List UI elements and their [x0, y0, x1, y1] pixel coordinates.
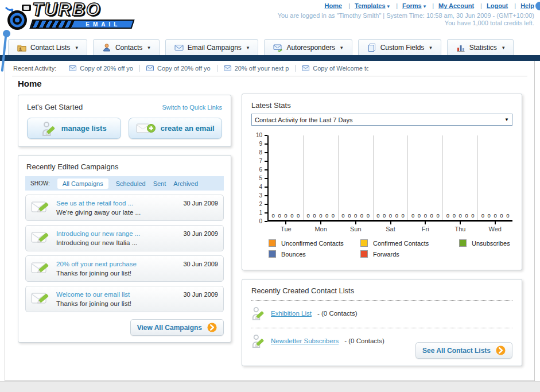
- tab-email-campaigns[interactable]: Email Campaigns▾: [165, 39, 259, 55]
- manage-lists-button[interactable]: manage lists: [27, 118, 121, 139]
- y-tick-mark: [265, 135, 267, 136]
- nav-link-my-account[interactable]: My Account: [438, 2, 474, 9]
- main-nav-tabbar: Contact Lists▾ Contacts▾ Email Campaigns…: [0, 38, 540, 55]
- contact-list-name-link[interactable]: Newsletter Subscribers: [271, 337, 339, 344]
- y-axis-label: 1: [259, 210, 262, 216]
- nav-link-help[interactable]: Help: [520, 2, 534, 9]
- contact-list-name-link[interactable]: Exhibition List: [271, 310, 312, 317]
- y-axis-label: 6: [259, 167, 262, 173]
- person-pencil-icon: [251, 333, 265, 348]
- tab-autoresponders[interactable]: Autoresponders▾: [264, 39, 352, 55]
- bar-value-label: 0: [332, 212, 335, 219]
- recent-activity-item[interactable]: Copy of Welcome to: [302, 65, 368, 72]
- nav-divider-bar: [0, 55, 540, 61]
- bar-value-label: 0: [494, 212, 496, 219]
- see-all-contact-lists-button[interactable]: See All Contact Lists: [415, 342, 512, 359]
- turbo-icon: [5, 3, 33, 32]
- get-started-panel: Let's Get Started Switch to Quick Links …: [18, 95, 231, 147]
- get-started-title: Let's Get Started: [27, 103, 83, 111]
- nav-link-logout[interactable]: Logout: [487, 2, 508, 9]
- y-tick-mark: [265, 161, 267, 162]
- filter-scheduled[interactable]: Scheduled: [116, 180, 146, 187]
- recent-activity-text: 20% off your next p: [235, 65, 289, 72]
- nav-link-home[interactable]: Home: [325, 2, 343, 9]
- dropdown-arrow-icon: ▾: [340, 45, 343, 51]
- y-axis-label: 3: [259, 193, 262, 199]
- recent-activity-bar: Recent Activity: Copy of 20% off yo Copy…: [5, 61, 534, 75]
- bar-value-label: 0: [354, 212, 357, 219]
- x-axis-label: Mon: [304, 222, 339, 232]
- dropdown-arrow-icon: ▾: [387, 3, 390, 9]
- view-all-campaigns-button[interactable]: View All Campaigns: [130, 319, 224, 336]
- switch-quick-links-link[interactable]: Switch to Quick Links: [162, 104, 222, 111]
- x-axis-label: Wed: [477, 222, 512, 232]
- campaign-title-link[interactable]: Introducing our new range ...: [56, 229, 178, 238]
- recent-activity-text: Copy of 20% off yo: [80, 65, 133, 72]
- bar-value-label: 0: [471, 212, 474, 219]
- create-email-label: create an email: [161, 124, 215, 133]
- legend-swatch: [269, 239, 276, 247]
- legend-swatch: [360, 250, 368, 258]
- stats-report-dropdown[interactable]: Contact Activity for the Last 7 Days ▼: [251, 114, 512, 126]
- campaign-list-item[interactable]: Welcome to our email listThanks for join…: [25, 286, 224, 312]
- x-axis-label: Sat: [373, 222, 408, 232]
- bar-value-label: 0: [481, 212, 484, 219]
- legend-label: Confirmed Contacts: [373, 240, 429, 247]
- recent-activity-item[interactable]: Copy of 20% off yo: [146, 65, 217, 72]
- envelope-icon: [302, 65, 309, 71]
- campaign-title-link[interactable]: Welcome to our email list: [56, 290, 178, 299]
- recent-activity-item[interactable]: Copy of 20% off yo: [69, 65, 140, 72]
- contact-list-item[interactable]: Exhibition List - (0 Contacts): [251, 304, 512, 323]
- campaign-list-item[interactable]: 20% off your next purchaseThanks for joi…: [25, 255, 224, 282]
- legend-item: Unconfirmed Contacts: [269, 239, 360, 247]
- bar-value-label: 0: [383, 212, 386, 219]
- y-axis-label: 9: [259, 141, 262, 147]
- bar-value-label: 0: [418, 212, 421, 219]
- dropdown-arrow-icon: ▾: [147, 45, 150, 51]
- statistics-icon: [456, 43, 465, 52]
- contact-list-count: - (0 Contacts): [317, 310, 358, 317]
- envelope-pencil-icon: [31, 230, 52, 247]
- campaign-title-link[interactable]: See us at the retail food ...: [56, 199, 178, 208]
- campaign-title-link[interactable]: 20% off your next purchase: [56, 259, 178, 269]
- filter-all-campaigns[interactable]: All Campaigns: [57, 178, 108, 189]
- tab-contact-lists[interactable]: Contact Lists▾: [8, 39, 87, 55]
- create-email-button[interactable]: create an email: [129, 118, 223, 139]
- page-footer-strip: [0, 381, 540, 392]
- tab-contacts[interactable]: Contacts▾: [93, 39, 160, 55]
- stats-dropdown-value: Contact Activity for the Last 7 Days: [255, 117, 353, 123]
- tab-statistics[interactable]: Statistics▾: [447, 39, 514, 55]
- nav-link-forms[interactable]: Forms: [402, 2, 422, 9]
- legend-swatch: [360, 239, 368, 247]
- person-pencil-icon: [41, 121, 56, 137]
- tab-custom-fields[interactable]: Custom Fields▾: [358, 39, 441, 55]
- filter-archived[interactable]: Archived: [173, 180, 198, 187]
- x-axis-label: Sun: [338, 222, 373, 232]
- campaign-list-item[interactable]: Introducing our new range ...Introducing…: [25, 225, 224, 251]
- bar-value-label: 0: [313, 212, 316, 219]
- bar-value-label: 0: [348, 212, 351, 219]
- y-axis-label: 10: [256, 133, 262, 138]
- credits-status-text: You have 1,000 total credits left.: [445, 20, 534, 26]
- dotted-divider: [251, 300, 512, 301]
- show-label: SHOW:: [30, 180, 50, 187]
- nav-link-templates[interactable]: Templates: [355, 2, 386, 9]
- campaign-date: 30 Jun 2009: [183, 291, 218, 298]
- bar-value-label: 0: [402, 212, 405, 219]
- recent-activity-label: Recent Activity:: [13, 65, 56, 72]
- legend-swatch: [269, 250, 276, 258]
- app-logo[interactable]: TURBO EMAIL: [5, 2, 142, 35]
- recent-activity-item[interactable]: 20% off your next p: [224, 65, 296, 72]
- email-campaigns-icon: [174, 43, 184, 52]
- bar-value-label: 0: [290, 212, 293, 219]
- chart-y-axis: 012345678910: [251, 135, 267, 222]
- envelope-icon: [69, 65, 76, 71]
- autoresponders-icon: [273, 43, 282, 52]
- campaign-list-item[interactable]: See us at the retail food ...We're givin…: [25, 195, 224, 221]
- x-axis-label: Fri: [408, 222, 443, 232]
- y-tick-mark: [265, 195, 267, 196]
- legend-item: Confirmed Contacts: [360, 239, 459, 247]
- tab-label: Custom Fields: [380, 44, 425, 52]
- campaign-date: 30 Jun 2009: [183, 261, 218, 267]
- filter-sent[interactable]: Sent: [153, 180, 166, 187]
